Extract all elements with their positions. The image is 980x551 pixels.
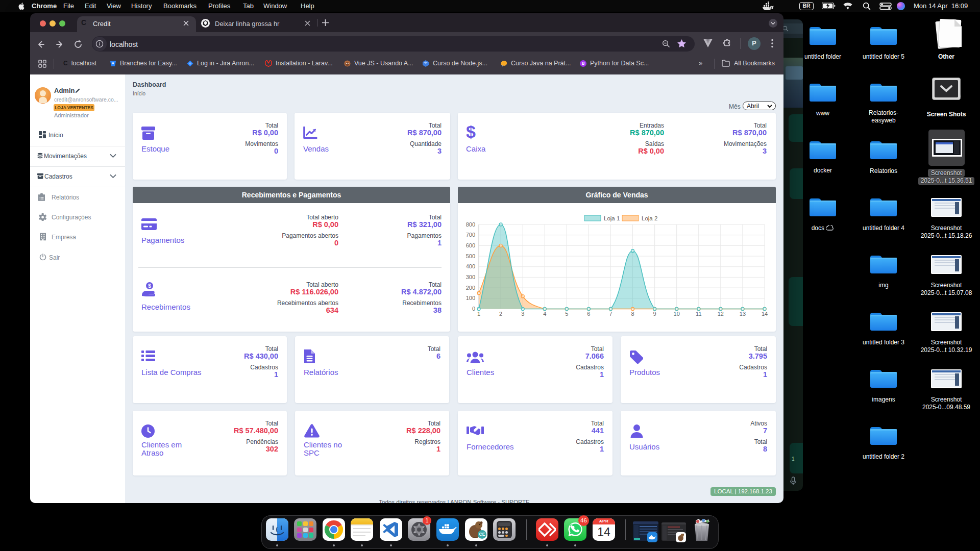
- svg-text:14: 14: [762, 311, 768, 317]
- svg-text:200: 200: [466, 285, 475, 291]
- svg-text:500: 500: [466, 253, 475, 259]
- svg-text:9: 9: [653, 311, 656, 317]
- svg-text:600: 600: [466, 242, 475, 248]
- svg-text:13: 13: [740, 311, 746, 317]
- svg-text:5: 5: [565, 311, 568, 317]
- svg-text:3: 3: [521, 311, 524, 317]
- svg-text:7: 7: [609, 311, 612, 317]
- svg-text:Loja 1: Loja 1: [604, 215, 620, 221]
- svg-text:6: 6: [587, 311, 590, 317]
- svg-text:0: 0: [472, 306, 475, 312]
- svg-text:10: 10: [674, 311, 680, 317]
- svg-text:$: $: [148, 283, 151, 289]
- svg-text:11: 11: [696, 311, 701, 317]
- svg-text:4: 4: [543, 311, 546, 317]
- svg-text:300: 300: [466, 274, 475, 280]
- svg-text:400: 400: [466, 263, 475, 269]
- svg-text:800: 800: [466, 221, 475, 228]
- svg-text:2: 2: [499, 311, 502, 317]
- svg-text:12: 12: [718, 311, 724, 317]
- svg-text:1: 1: [477, 311, 480, 317]
- svg-text:Loja 2: Loja 2: [642, 215, 657, 221]
- svg-text:100: 100: [466, 295, 475, 301]
- svg-text:700: 700: [466, 232, 475, 238]
- svg-text:8: 8: [631, 311, 634, 317]
